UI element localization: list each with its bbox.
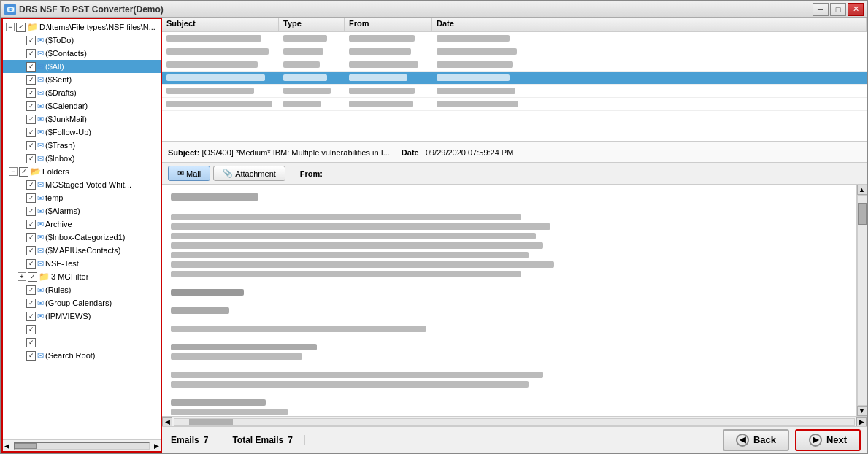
emails-value: 7	[204, 435, 209, 445]
item-checkbox[interactable]	[26, 220, 36, 229]
tree-root[interactable]: − 📁 D:\Items\File types\NSF files\N...	[3, 20, 161, 34]
list-item[interactable]: ✉ ($Alarms)	[3, 204, 161, 218]
item-checkbox[interactable]	[26, 325, 36, 334]
item-checkbox[interactable]	[26, 193, 36, 203]
item-checkbox[interactable]	[26, 312, 36, 321]
mail-icon: ✉	[37, 141, 44, 150]
scroll-thumb[interactable]	[15, 443, 37, 449]
item-checkbox[interactable]	[26, 49, 36, 58]
list-item[interactable]: + 📁 3 MGFilter	[3, 270, 161, 283]
next-button[interactable]: ▶ Next	[795, 429, 861, 451]
item-checkbox[interactable]	[26, 128, 36, 137]
minimize-button[interactable]: ─	[813, 3, 829, 16]
cell-date	[432, 87, 867, 96]
list-item[interactable]: ✉ ($Sent)	[3, 73, 161, 86]
scroll-track[interactable]	[14, 442, 150, 450]
list-item[interactable]: ✉ (Search Root)	[3, 349, 161, 362]
list-item[interactable]: ✉ (Rules)	[3, 283, 161, 296]
scroll-right-btn[interactable]: ▶	[153, 442, 161, 450]
list-item[interactable]: ✉ ($All)	[3, 60, 161, 73]
scroll-right-btn[interactable]: ▶	[856, 417, 867, 427]
expand-icon[interactable]: −	[6, 23, 15, 31]
table-row[interactable]	[162, 98, 867, 111]
table-row[interactable]	[162, 45, 867, 58]
item-checkbox[interactable]	[26, 207, 36, 216]
email-list-body[interactable]	[162, 32, 867, 141]
col-header-from[interactable]: From	[345, 18, 432, 31]
preview-scrollbar[interactable]: ▲ ▼	[856, 185, 867, 416]
list-item[interactable]: ✉ NSF-Test	[3, 257, 161, 270]
item-checkbox[interactable]	[26, 75, 36, 85]
scroll-up-btn[interactable]: ▲	[857, 185, 867, 195]
expand-icon[interactable]: −	[9, 167, 18, 176]
table-row[interactable]	[162, 58, 867, 72]
table-row[interactable]	[162, 85, 867, 98]
title-bar: 📧 DRS NSF To PST Converter(Demo) ─ □ ✕	[1, 1, 867, 18]
expand-icon[interactable]: +	[18, 272, 26, 281]
list-item[interactable]: ✉ ($Inbox)	[3, 152, 161, 165]
item-checkbox[interactable]	[26, 233, 36, 242]
folder-tree[interactable]: − 📁 D:\Items\File types\NSF files\N... ✉…	[3, 19, 161, 439]
item-checkbox[interactable]	[26, 141, 36, 150]
col-header-date[interactable]: Date	[432, 18, 867, 31]
maximize-button[interactable]: □	[830, 3, 846, 16]
preview-hscrollbar[interactable]: ◀ ▶	[162, 416, 867, 426]
tab-attachment[interactable]: 📎 Attachment	[213, 166, 285, 181]
cell-subject	[162, 87, 279, 96]
preview-line	[171, 344, 848, 350]
hscroll-thumb[interactable]	[189, 419, 233, 425]
list-item[interactable]: ✉ ($Trash)	[3, 139, 161, 152]
list-item[interactable]: ✉ (IPMVIEWS)	[3, 309, 161, 323]
item-checkbox[interactable]	[26, 88, 36, 98]
item-label: Archive	[45, 220, 72, 228]
scroll-left-btn[interactable]: ◀	[3, 442, 11, 450]
col-header-subject[interactable]: Subject	[162, 18, 279, 31]
scroll-left-btn[interactable]: ◀	[162, 417, 172, 427]
preview-body	[162, 185, 856, 416]
root-checkbox[interactable]	[16, 23, 26, 32]
table-row[interactable]	[162, 72, 867, 85]
item-checkbox[interactable]	[26, 115, 36, 124]
list-item[interactable]: ✉ ($Contacts)	[3, 47, 161, 60]
table-row[interactable]	[162, 32, 867, 45]
item-checkbox[interactable]	[26, 285, 36, 295]
list-item[interactable]: ✉ ($Follow-Up)	[3, 126, 161, 139]
item-checkbox[interactable]	[26, 299, 36, 308]
list-item[interactable]: ✉ temp	[3, 191, 161, 204]
list-item[interactable]: ✉ ($Drafts)	[3, 86, 161, 99]
item-checkbox[interactable]	[26, 351, 36, 361]
mail-icon: ✉	[37, 101, 44, 111]
item-checkbox[interactable]	[26, 101, 36, 111]
scroll-thumb[interactable]	[858, 203, 867, 225]
list-item[interactable]: ✉ (Group Calendars)	[3, 296, 161, 309]
list-item[interactable]: ✉ ($MAPIUseContacts)	[3, 244, 161, 257]
item-checkbox[interactable]	[26, 246, 36, 255]
list-item[interactable]: ✉ MGStaged Voted Whit...	[3, 178, 161, 191]
list-item[interactable]: − 📂 Folders	[3, 165, 161, 178]
list-item[interactable]: ✉ Archive	[3, 218, 161, 231]
item-checkbox[interactable]	[28, 272, 37, 282]
hscroll-track[interactable]	[174, 418, 855, 426]
scroll-track[interactable]	[857, 195, 867, 406]
item-checkbox[interactable]	[26, 180, 36, 190]
root-label: D:\Items\File types\NSF files\N...	[39, 23, 155, 31]
list-item[interactable]: ✉ ($Calendar)	[3, 99, 161, 112]
item-checkbox[interactable]	[19, 167, 28, 177]
item-checkbox[interactable]	[26, 338, 36, 347]
back-button[interactable]: ◀ Back	[723, 429, 789, 451]
list-item[interactable]: ✉ ($JunkMail)	[3, 112, 161, 126]
item-checkbox[interactable]	[26, 62, 36, 72]
item-checkbox[interactable]	[26, 36, 36, 45]
item-checkbox[interactable]	[26, 259, 36, 269]
item-checkbox[interactable]	[26, 154, 36, 163]
list-item[interactable]	[3, 336, 161, 349]
tab-mail[interactable]: ✉ Mail	[168, 166, 210, 181]
left-scrollbar[interactable]: ◀ ▶	[3, 439, 161, 451]
scroll-down-btn[interactable]: ▼	[857, 406, 867, 416]
list-item[interactable]: ✉ ($Inbox-Categorized1)	[3, 231, 161, 244]
list-item[interactable]	[3, 323, 161, 336]
col-header-type[interactable]: Type	[279, 18, 345, 31]
preview-line	[171, 399, 848, 406]
list-item[interactable]: ✉ ($ToDo)	[3, 34, 161, 47]
close-button[interactable]: ✕	[848, 3, 864, 16]
